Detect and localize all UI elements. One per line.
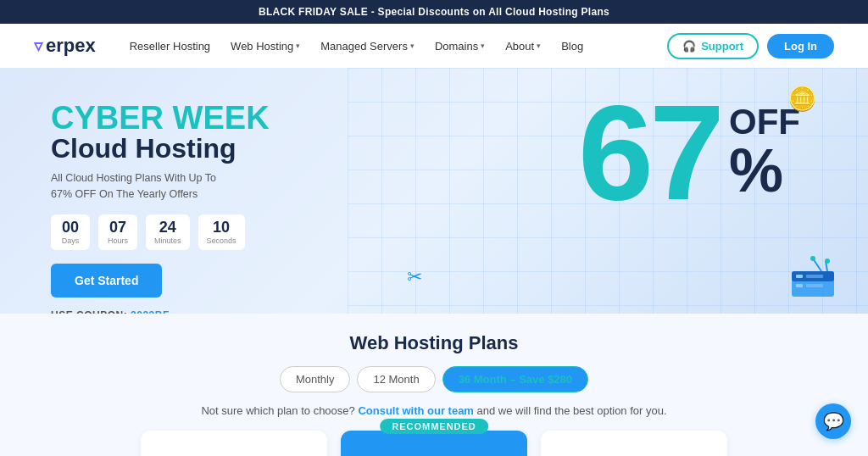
- discount-display: 67 OFF %: [578, 85, 800, 220]
- hero-title-cloud: Cloud Hosting: [51, 134, 270, 164]
- nav-links: Reseller Hosting Web Hosting ▾ Managed S…: [121, 35, 667, 58]
- promo-banner: BLACK FRIDAY SALE - Special Discounts on…: [0, 0, 868, 24]
- headset-icon: 🎧: [682, 40, 696, 53]
- scissors-icon: ✂: [407, 266, 422, 288]
- off-container: OFF %: [729, 104, 800, 201]
- hero-section: CYBER WEEK Cloud Hosting All Cloud Hosti…: [0, 68, 868, 314]
- nav-actions: 🎧 Support Log In: [667, 33, 834, 59]
- recommended-badge: RECOMMENDED: [380, 419, 488, 434]
- countdown-minutes: 24 Minutes: [146, 214, 190, 250]
- billing-36month-btn[interactable]: 36 Month – Save $280: [442, 366, 588, 392]
- chevron-down-icon: ▾: [481, 42, 485, 50]
- svg-point-9: [825, 259, 830, 264]
- svg-rect-4: [796, 284, 803, 287]
- svg-point-8: [810, 256, 815, 261]
- countdown-timer: 00 Days 07 Hours 24 Minutes 10 Seconds: [51, 214, 270, 250]
- nav-web-hosting[interactable]: Web Hosting ▾: [222, 35, 309, 58]
- chevron-down-icon: ▾: [410, 42, 415, 50]
- logo[interactable]: ▿ erpex: [34, 35, 96, 57]
- hero-left: CYBER WEEK Cloud Hosting All Cloud Hosti…: [51, 93, 270, 314]
- nav-reseller[interactable]: Reseller Hosting: [121, 35, 219, 58]
- get-started-button[interactable]: Get Started: [51, 264, 162, 298]
- plans-section: Web Hosting Plans Monthly 12 Month 36 Mo…: [0, 314, 868, 456]
- logo-text: erpex: [46, 35, 96, 57]
- svg-rect-5: [806, 284, 823, 287]
- plans-title: Web Hosting Plans: [0, 332, 868, 354]
- chevron-down-icon: ▾: [296, 42, 300, 50]
- billing-toggle: Monthly 12 Month 36 Month – Save $280: [0, 366, 868, 392]
- countdown-days: 00 Days: [51, 214, 90, 250]
- support-button[interactable]: 🎧 Support: [667, 33, 759, 59]
- plans-cards: RECOMMENDED: [0, 431, 868, 456]
- coins-icon: 🪙: [787, 85, 817, 113]
- plans-note: Not sure which plan to choose? Consult w…: [0, 404, 868, 417]
- logo-icon: ▿: [34, 36, 42, 56]
- hero-subtitle: All Cloud Hosting Plans With Up To 67% O…: [51, 170, 270, 203]
- plan-card-1: [141, 431, 327, 456]
- plan-card-recommended: RECOMMENDED: [341, 431, 527, 456]
- hero-title-cyber: CYBER WEEK: [51, 102, 270, 134]
- banner-text: BLACK FRIDAY SALE - Special Discounts on…: [259, 6, 609, 18]
- coupon-container: USE COUPON: 2023BF: [51, 309, 270, 314]
- countdown-hours: 07 Hours: [98, 214, 137, 250]
- chat-icon: 💬: [823, 411, 844, 431]
- nav-blog[interactable]: Blog: [553, 35, 592, 58]
- billing-12month-btn[interactable]: 12 Month: [357, 366, 435, 392]
- countdown-seconds: 10 Seconds: [198, 214, 245, 250]
- navbar: ▿ erpex Reseller Hosting Web Hosting ▾ M…: [0, 24, 868, 68]
- billing-monthly-btn[interactable]: Monthly: [280, 366, 351, 392]
- login-button[interactable]: Log In: [767, 34, 834, 58]
- chat-button[interactable]: 💬: [815, 403, 851, 439]
- discount-number: 67: [578, 85, 721, 220]
- nav-managed-servers[interactable]: Managed Servers ▾: [312, 35, 423, 58]
- svg-rect-2: [796, 275, 803, 278]
- percent-text: %: [729, 140, 800, 201]
- consult-link[interactable]: Consult with our team: [358, 404, 474, 417]
- plan-card-3: [541, 431, 727, 456]
- server-box-icon: [783, 254, 843, 305]
- nav-about[interactable]: About ▾: [497, 35, 549, 58]
- nav-domains[interactable]: Domains ▾: [426, 35, 493, 58]
- chevron-down-icon: ▾: [537, 42, 541, 50]
- coupon-code: 2023BF: [131, 309, 170, 314]
- svg-rect-3: [806, 275, 823, 278]
